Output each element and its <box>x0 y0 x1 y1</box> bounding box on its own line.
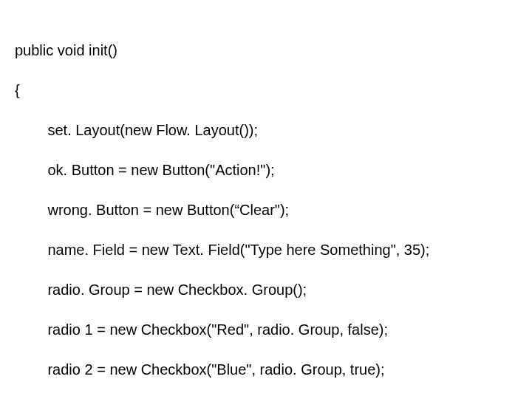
code-line: radio 2 = new Checkbox("Blue", radio. Gr… <box>15 360 517 380</box>
code-line: radio 1 = new Checkbox("Red", radio. Gro… <box>15 320 517 340</box>
code-line: wrong. Button = new Button(“Clear"); <box>15 200 517 220</box>
code-line: ok. Button = new Button("Action!"); <box>15 160 517 180</box>
code-line: public void init() <box>15 41 517 61</box>
code-block: public void init() { set. Layout(new Flo… <box>0 0 532 399</box>
code-line: radio. Group = new Checkbox. Group(); <box>15 280 517 300</box>
code-line: name. Field = new Text. Field("Type here… <box>15 240 517 260</box>
code-line: set. Layout(new Flow. Layout()); <box>15 120 517 140</box>
code-line: { <box>15 81 517 100</box>
